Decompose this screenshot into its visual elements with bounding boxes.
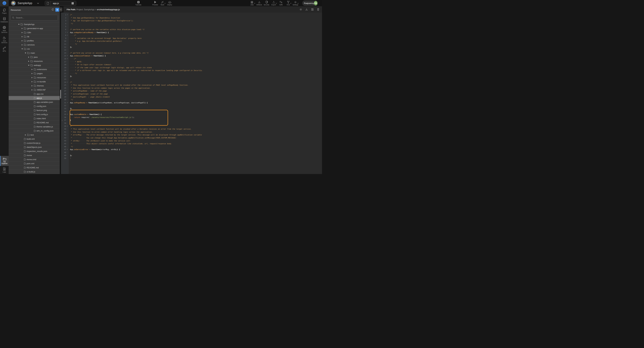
- search-box[interactable]: [10, 15, 58, 21]
- code-line[interactable]: ·····* e.g. App.Variables.staticVariable…: [69, 40, 322, 43]
- code-line[interactable]: [69, 104, 322, 107]
- code-line[interactable]: ····return require('./assets/resources/f…: [69, 116, 322, 119]
- code-line[interactable]: [69, 78, 322, 81]
- sidebar-item-apis[interactable]: APIs: [0, 46, 9, 52]
- topbar-button-export[interactable]: Export: [270, 0, 277, 6]
- tree-row-pom.xml[interactable]: pom.xml: [9, 161, 60, 166]
- topbar-button-i18n[interactable]: I18N: [277, 0, 284, 6]
- code-line[interactable]: ····/*: [69, 34, 322, 37]
- tree-row-lib[interactable]: lib: [9, 35, 60, 39]
- sidebar-item-web-services[interactable]: Web Services: [0, 25, 9, 34]
- chevron-expanded-icon[interactable]: [22, 49, 23, 49]
- code-line[interactable]: ·* Use App.getDependency for Dependency …: [69, 17, 322, 20]
- tree-row-app.variables.json[interactable]: app.variables.json: [9, 100, 60, 104]
- chevron-collapsed-icon[interactable]: [28, 61, 30, 62]
- fold-toggle-icon[interactable]: [67, 32, 68, 33]
- tree-row-config.json[interactable]: config.json: [9, 104, 60, 108]
- tree-row-mvnw.cmd[interactable]: mvnw.cmd: [9, 157, 60, 161]
- tree-row-generated-rn-app[interactable]: generated-rn-app: [9, 27, 60, 31]
- tree-row-webapp[interactable]: webapp: [9, 63, 60, 67]
- topbar-button-artifacts[interactable]: Artifacts: [256, 0, 263, 6]
- code-line[interactable]: ·*/: [69, 98, 322, 101]
- sidebar-item-pages[interactable]: Pages: [0, 8, 9, 15]
- chevron-collapsed-icon[interactable]: [31, 77, 33, 78]
- code-line[interactable]: };: [69, 46, 322, 49]
- refresh-icon[interactable]: [52, 8, 54, 11]
- tree-row-dataObjects.json[interactable]: dataObjects.json: [9, 145, 60, 149]
- chevron-collapsed-icon[interactable]: [31, 69, 33, 70]
- chevron-expanded-icon[interactable]: [25, 53, 26, 54]
- code-line[interactable]: ·····*/: [69, 72, 322, 75]
- chevron-collapsed-icon[interactable]: [22, 36, 23, 37]
- code-editor[interactable]: 1234567891011121314151617181920212223242…: [61, 13, 322, 174]
- chevron-collapsed-icon[interactable]: [25, 134, 26, 136]
- tree-row-profiles[interactable]: profiles: [9, 39, 60, 43]
- code-line[interactable]: [69, 25, 322, 28]
- code-line[interactable]: ·* xhrObj:······The xhrObject used to ma…: [69, 139, 322, 142]
- code-line[interactable]: ·* errorMsg:····The error message return…: [69, 133, 322, 136]
- tree-row-app.js[interactable]: app.js: [9, 96, 60, 100]
- tree-row-src[interactable]: src: [9, 47, 60, 51]
- code-content[interactable]: /*·* Use App.getDependency for Dependenc…: [69, 13, 322, 174]
- chevron-expanded-icon[interactable]: [18, 24, 20, 25]
- chevron-collapsed-icon[interactable]: [22, 32, 23, 33]
- tree-row-mvnw[interactable]: mvnw: [9, 153, 60, 157]
- chevron-collapsed-icon[interactable]: [22, 44, 23, 46]
- chevron-collapsed-icon[interactable]: [22, 28, 23, 29]
- chevron-collapsed-icon[interactable]: [31, 81, 33, 82]
- code-line[interactable]: [69, 151, 322, 154]
- tree-row-rn-bundle[interactable]: rn-bundle: [9, 80, 60, 84]
- code-line[interactable]: ·····* variables can be accessed through…: [69, 37, 322, 40]
- topbar-button-jobs[interactable]: Jobs: [248, 0, 256, 6]
- more-options-icon[interactable]: •••: [0, 173, 9, 174]
- tree-row-theme.variables.js[interactable]: theme.variables.js: [9, 125, 60, 129]
- tree-row-resources[interactable]: resources: [9, 59, 60, 63]
- sidebar-item-logs[interactable]: Logs: [0, 167, 9, 173]
- code-line[interactable]: ·····*/: [69, 43, 322, 46]
- tree-row-main[interactable]: main: [9, 51, 60, 55]
- code-line[interactable]: ·····* NOTE:: [69, 61, 322, 63]
- code-line[interactable]: ·····* if a different user logs in, app …: [69, 69, 322, 72]
- code-line[interactable]: }: [69, 119, 322, 122]
- tree-row-WEB-INF[interactable]: WEB-INF: [9, 88, 60, 92]
- sidebar-item-databases[interactable]: Databases: [0, 17, 9, 23]
- code-line[interactable]: /*: [69, 14, 322, 17]
- tree-row-pages[interactable]: pages: [9, 72, 60, 76]
- chevron-collapsed-icon[interactable]: [31, 89, 33, 91]
- tree-row-inspection_results.json[interactable]: inspection_results.json: [9, 149, 60, 153]
- fold-toggle-icon[interactable]: [67, 35, 68, 36]
- tree-row-font.config.js[interactable]: font.config.js: [9, 112, 60, 116]
- code-line[interactable]: App.onSessionTimeout = function() {: [69, 55, 322, 58]
- collapse-panel-button[interactable]: «: [60, 8, 62, 12]
- code-line[interactable]: ····/*: [69, 58, 322, 61]
- code-line[interactable]: /*: [69, 125, 322, 128]
- fold-toggle-icon[interactable]: [67, 55, 68, 56]
- project-switcher-chevron-down-icon[interactable]: [37, 2, 39, 5]
- code-line[interactable]: ·*/: [69, 145, 322, 148]
- tree-row-themes[interactable]: themes: [9, 84, 60, 88]
- code-line[interactable]: ·····* On re-login after session timeout…: [69, 63, 322, 66]
- code-line[interactable]: App.onServiceError = function(errorMsg, …: [69, 148, 322, 151]
- code-line[interactable]: };: [69, 75, 322, 78]
- code-line[interactable]: };: [69, 107, 322, 110]
- tree-row-README.md[interactable]: README.md: [9, 121, 60, 125]
- user-menu[interactable]: Raajvamsy RA: [302, 1, 318, 6]
- topbar-button-security[interactable]: Security: [263, 0, 270, 6]
- code-line[interactable]: ·* activePageScope: scope of the page: [69, 93, 322, 96]
- topbar-button-tutorials[interactable]: Tutorials: [135, 0, 142, 6]
- tree-row-README.md[interactable]: README.md: [9, 166, 60, 170]
- tree-row-build.xml[interactable]: build.xml: [9, 137, 60, 141]
- brand-logo[interactable]: [0, 0, 9, 6]
- fold-toggle-icon[interactable]: [67, 102, 68, 103]
- fold-toggle-icon[interactable]: [67, 126, 68, 126]
- code-line[interactable]: /* perform any action on session timeout…: [69, 52, 322, 55]
- tree-row-index.html[interactable]: index.html: [9, 116, 60, 121]
- code-line[interactable]: /*: [69, 81, 322, 84]
- chevron-collapsed-icon[interactable]: [28, 57, 30, 58]
- open-file-tab[interactable]: app.js: [45, 1, 76, 6]
- tree-row-ui-build.js[interactable]: ui-build.js: [9, 170, 60, 174]
- code-line[interactable]: App.onPageReady = function(activePageNam…: [69, 101, 322, 104]
- code-line[interactable]: ·* Use this function to write common err…: [69, 131, 322, 134]
- code-line[interactable]: App.onAppVariablesReady = function() {: [69, 31, 322, 34]
- code-line[interactable]: ·* Use this function to write common log…: [69, 87, 322, 90]
